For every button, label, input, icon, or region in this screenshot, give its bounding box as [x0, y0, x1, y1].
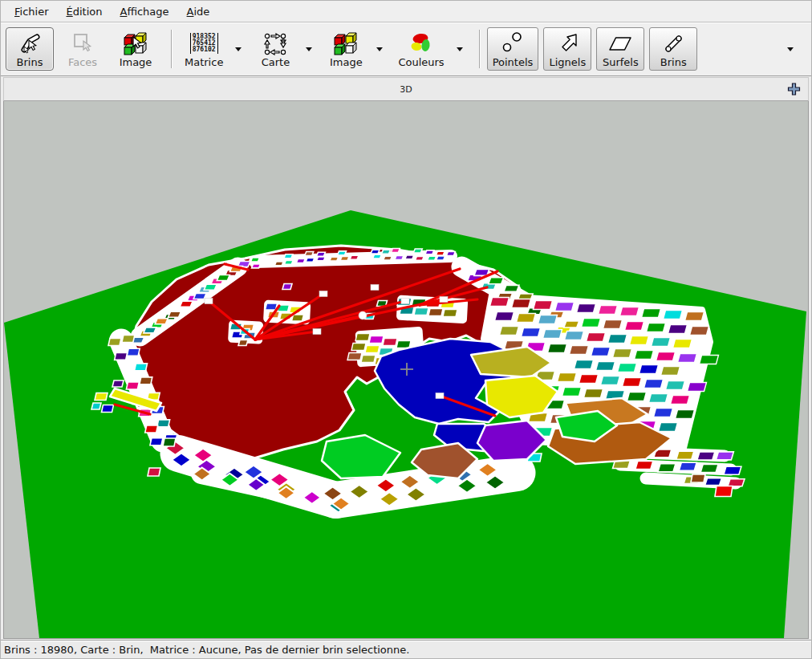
viewport-title: 3D [400, 84, 412, 95]
tool-faces-select-button[interactable]: Faces [59, 27, 107, 71]
map-cycle-icon [263, 31, 287, 56]
tool-brins-button[interactable]: Brins [649, 27, 697, 71]
toolbar-separator [479, 30, 481, 68]
surfels-icon [607, 31, 633, 56]
tool-label: Brins [17, 56, 43, 68]
tool-carte-button[interactable]: Carte [251, 27, 299, 71]
couleurs-dropdown-arrow-icon[interactable] [457, 47, 463, 51]
toolbar-separator [171, 30, 173, 68]
toolbar: Brins Faces [1, 22, 811, 76]
tool-image-button[interactable]: Image [322, 27, 370, 71]
tool-surfels-button[interactable]: Surfels [596, 27, 644, 71]
image-dropdown-arrow-icon[interactable] [376, 47, 383, 51]
tool-pointels-button[interactable]: Pointels [487, 27, 539, 71]
tool-image-select-button[interactable]: Image [112, 27, 160, 71]
menu-aide[interactable]: Aide [178, 3, 219, 20]
lignels-icon [555, 31, 579, 56]
matrix-numbers-icon: 918352 765412 876102 [190, 31, 218, 56]
pointels-icon [501, 31, 525, 56]
tool-label: Image [120, 56, 152, 68]
viewport-canvas[interactable] [3, 101, 809, 639]
matrice-dropdown-arrow-icon[interactable] [235, 47, 242, 51]
color-blobs-icon [408, 31, 434, 56]
dart-select-icon [17, 31, 43, 56]
3d-scene[interactable] [4, 101, 808, 638]
add-view-plus-icon[interactable] [787, 82, 801, 97]
tool-label: Surfels [603, 56, 639, 68]
cubes-cursor-icon [122, 31, 149, 56]
menu-edition[interactable]: Édition [58, 3, 112, 20]
menu-affichage[interactable]: Affichage [111, 3, 177, 20]
viewport-3d: 3D [1, 76, 811, 640]
menubar: Fichier Édition Affichage Aide [1, 1, 811, 22]
tool-label: Pointels [493, 56, 534, 68]
carte-dropdown-arrow-icon[interactable] [306, 47, 312, 51]
application-window: Fichier Édition Affichage Aide Brins [0, 0, 812, 659]
tool-label: Image [330, 56, 363, 68]
tool-label: Couleurs [398, 56, 444, 68]
tool-lignels-button[interactable]: Lignels [543, 27, 591, 71]
tool-brins-select-button[interactable]: Brins [6, 27, 54, 71]
tool-label: Brins [660, 56, 687, 68]
tool-label: Lignels [549, 56, 586, 68]
face-select-icon [70, 31, 95, 56]
viewport-titlebar: 3D [3, 77, 809, 101]
tool-label: Faces [68, 56, 97, 68]
cubes-icon [332, 31, 359, 56]
tool-label: Carte [262, 56, 290, 68]
toolbar-overflow-arrow-icon[interactable] [787, 47, 794, 51]
tool-label: Matrice [185, 56, 223, 68]
status-text: Brins : 18980, Carte : Brin, Matrice : A… [4, 644, 409, 656]
brins-icon [661, 31, 685, 56]
menu-fichier[interactable]: Fichier [6, 3, 58, 20]
tool-matrice-button[interactable]: 918352 765412 876102 Matrice [179, 27, 229, 71]
statusbar: Brins : 18980, Carte : Brin, Matrice : A… [1, 640, 811, 658]
tool-couleurs-button[interactable]: Couleurs [392, 27, 449, 71]
